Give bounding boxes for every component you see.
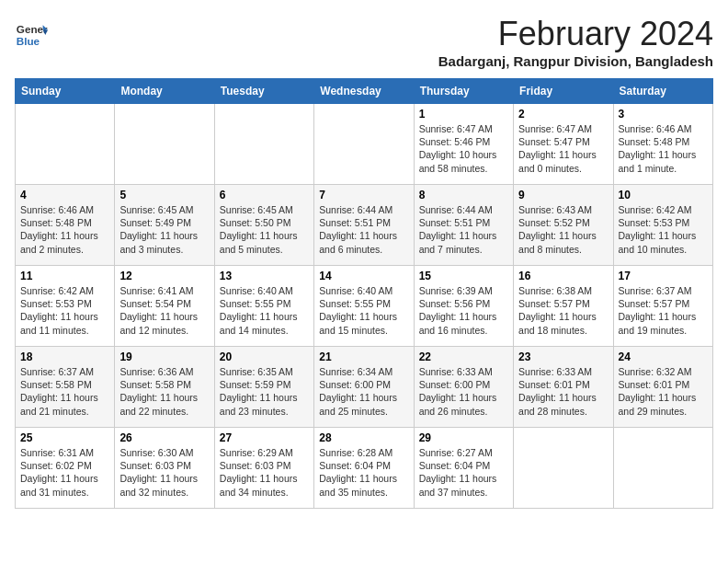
day-number: 25 [20,431,109,444]
week-row-3: 18Sunrise: 6:37 AMSunset: 5:58 PMDayligh… [16,347,713,428]
day-info: Sunrise: 6:41 AMSunset: 5:54 PMDaylight:… [119,284,209,337]
calendar-cell [16,104,115,185]
subtitle: Badarganj, Rangpur Division, Bangladesh [438,53,713,69]
calendar-cell: 22Sunrise: 6:33 AMSunset: 6:00 PMDayligh… [414,347,513,428]
day-number: 27 [220,431,309,444]
day-number: 2 [518,108,608,121]
day-info: Sunrise: 6:34 AMSunset: 6:00 PMDaylight:… [319,365,408,418]
day-number: 15 [419,270,508,282]
day-number: 4 [20,189,109,201]
calendar-cell: 15Sunrise: 6:39 AMSunset: 5:56 PMDayligh… [414,266,513,347]
weekday-header-wednesday: Wednesday [314,79,414,104]
day-info: Sunrise: 6:33 AMSunset: 6:01 PMDaylight:… [518,365,608,418]
day-info: Sunrise: 6:44 AMSunset: 5:51 PMDaylight:… [319,203,408,256]
calendar-cell: 28Sunrise: 6:28 AMSunset: 6:04 PMDayligh… [314,428,414,509]
day-number: 13 [220,270,309,282]
day-number: 14 [319,270,408,282]
calendar-cell: 7Sunrise: 6:44 AMSunset: 5:51 PMDaylight… [314,185,414,266]
day-info: Sunrise: 6:40 AMSunset: 5:55 PMDaylight:… [319,284,408,337]
day-number: 21 [319,350,408,363]
day-number: 16 [518,270,608,282]
calendar-cell: 14Sunrise: 6:40 AMSunset: 5:55 PMDayligh… [314,266,414,347]
day-info: Sunrise: 6:47 AMSunset: 5:47 PMDaylight:… [518,122,608,175]
calendar-cell: 20Sunrise: 6:35 AMSunset: 5:59 PMDayligh… [214,347,313,428]
calendar-cell: 19Sunrise: 6:36 AMSunset: 5:58 PMDayligh… [115,347,214,428]
day-info: Sunrise: 6:31 AMSunset: 6:02 PMDaylight:… [20,446,109,499]
calendar-cell: 8Sunrise: 6:44 AMSunset: 5:51 PMDaylight… [414,185,513,266]
day-number: 6 [220,189,309,201]
calendar-cell: 29Sunrise: 6:27 AMSunset: 6:04 PMDayligh… [414,428,513,509]
day-number: 1 [419,108,508,121]
calendar-cell: 11Sunrise: 6:42 AMSunset: 5:53 PMDayligh… [16,266,115,347]
calendar-cell: 9Sunrise: 6:43 AMSunset: 5:52 PMDaylight… [514,185,613,266]
calendar-cell: 23Sunrise: 6:33 AMSunset: 6:01 PMDayligh… [514,347,613,428]
calendar-cell: 3Sunrise: 6:46 AMSunset: 5:48 PMDaylight… [613,104,712,185]
calendar-cell: 2Sunrise: 6:47 AMSunset: 5:47 PMDaylight… [514,104,613,185]
calendar-cell: 5Sunrise: 6:45 AMSunset: 5:49 PMDaylight… [115,185,214,266]
day-number: 8 [419,189,508,201]
calendar-cell: 10Sunrise: 6:42 AMSunset: 5:53 PMDayligh… [613,185,712,266]
calendar-cell [314,104,414,185]
calendar-cell [214,104,313,185]
calendar-cell: 13Sunrise: 6:40 AMSunset: 5:55 PMDayligh… [214,266,313,347]
day-info: Sunrise: 6:44 AMSunset: 5:51 PMDaylight:… [419,203,508,256]
day-number: 19 [119,350,209,363]
calendar-header: SundayMondayTuesdayWednesdayThursdayFrid… [16,79,713,104]
day-info: Sunrise: 6:45 AMSunset: 5:50 PMDaylight:… [220,203,309,256]
day-info: Sunrise: 6:42 AMSunset: 5:53 PMDaylight:… [619,203,708,256]
day-number: 3 [619,108,708,121]
day-number: 22 [419,350,508,363]
calendar-cell: 4Sunrise: 6:46 AMSunset: 5:48 PMDaylight… [16,185,115,266]
day-info: Sunrise: 6:46 AMSunset: 5:48 PMDaylight:… [619,122,708,175]
day-info: Sunrise: 6:30 AMSunset: 6:03 PMDaylight:… [119,446,209,499]
day-info: Sunrise: 6:37 AMSunset: 5:58 PMDaylight:… [20,365,109,418]
weekday-header-friday: Friday [514,79,613,104]
day-info: Sunrise: 6:45 AMSunset: 5:49 PMDaylight:… [119,203,209,256]
day-number: 10 [619,189,708,201]
day-info: Sunrise: 6:42 AMSunset: 5:53 PMDaylight:… [20,284,109,337]
calendar-cell: 12Sunrise: 6:41 AMSunset: 5:54 PMDayligh… [115,266,214,347]
calendar-cell [613,428,712,509]
day-info: Sunrise: 6:29 AMSunset: 6:03 PMDaylight:… [220,446,309,499]
day-number: 28 [319,431,408,444]
week-row-4: 25Sunrise: 6:31 AMSunset: 6:02 PMDayligh… [16,428,713,509]
day-info: Sunrise: 6:32 AMSunset: 6:01 PMDaylight:… [619,365,708,418]
weekday-header-sunday: Sunday [16,79,115,104]
logo-icon: General Blue [15,18,48,52]
day-number: 7 [319,189,408,201]
calendar-cell [115,104,214,185]
logo: General Blue [15,18,51,52]
day-number: 26 [119,431,209,444]
day-info: Sunrise: 6:46 AMSunset: 5:48 PMDaylight:… [20,203,109,256]
day-info: Sunrise: 6:27 AMSunset: 6:04 PMDaylight:… [419,446,508,499]
week-row-1: 4Sunrise: 6:46 AMSunset: 5:48 PMDaylight… [16,185,713,266]
day-info: Sunrise: 6:40 AMSunset: 5:55 PMDaylight:… [220,284,309,337]
day-info: Sunrise: 6:39 AMSunset: 5:56 PMDaylight:… [419,284,508,337]
weekday-header-monday: Monday [115,79,214,104]
calendar-cell: 25Sunrise: 6:31 AMSunset: 6:02 PMDayligh… [16,428,115,509]
calendar-cell: 18Sunrise: 6:37 AMSunset: 5:58 PMDayligh… [16,347,115,428]
weekday-header-tuesday: Tuesday [214,79,313,104]
weekday-header-thursday: Thursday [414,79,513,104]
day-number: 24 [619,350,708,363]
day-number: 9 [518,189,608,201]
weekday-header-saturday: Saturday [613,79,712,104]
calendar-cell: 16Sunrise: 6:38 AMSunset: 5:57 PMDayligh… [514,266,613,347]
day-info: Sunrise: 6:35 AMSunset: 5:59 PMDaylight:… [220,365,309,418]
day-number: 29 [419,431,508,444]
header: General Blue February 2024 Badarganj, Ra… [15,15,713,69]
calendar-cell: 17Sunrise: 6:37 AMSunset: 5:57 PMDayligh… [613,266,712,347]
calendar-cell: 27Sunrise: 6:29 AMSunset: 6:03 PMDayligh… [214,428,313,509]
calendar-cell: 21Sunrise: 6:34 AMSunset: 6:00 PMDayligh… [314,347,414,428]
week-row-0: 1Sunrise: 6:47 AMSunset: 5:46 PMDaylight… [16,104,713,185]
svg-text:Blue: Blue [17,35,40,47]
day-info: Sunrise: 6:37 AMSunset: 5:57 PMDaylight:… [619,284,708,337]
calendar-cell: 6Sunrise: 6:45 AMSunset: 5:50 PMDaylight… [214,185,313,266]
calendar-cell: 24Sunrise: 6:32 AMSunset: 6:01 PMDayligh… [613,347,712,428]
day-info: Sunrise: 6:36 AMSunset: 5:58 PMDaylight:… [119,365,209,418]
day-info: Sunrise: 6:47 AMSunset: 5:46 PMDaylight:… [419,122,508,175]
day-number: 11 [20,270,109,282]
calendar-cell: 26Sunrise: 6:30 AMSunset: 6:03 PMDayligh… [115,428,214,509]
week-row-2: 11Sunrise: 6:42 AMSunset: 5:53 PMDayligh… [16,266,713,347]
weekday-header-row: SundayMondayTuesdayWednesdayThursdayFrid… [16,79,713,104]
